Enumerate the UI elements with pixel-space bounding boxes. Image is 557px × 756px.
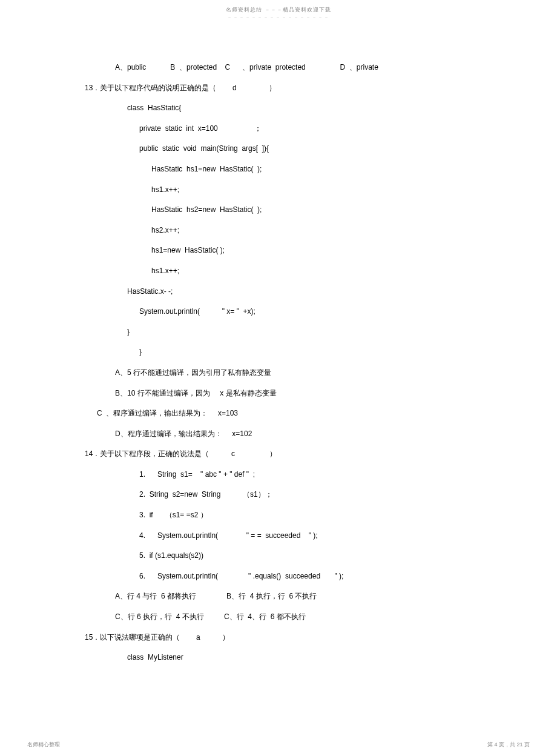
q13-code-l13: } [79, 342, 478, 363]
header-text: 名师资料总结 －－－精品资料欢迎下载 [0, 6, 557, 14]
q13-code-l8: hs1=new HasStatic( ); [79, 240, 478, 261]
q14-code-l2: 2. String s2=new String （s1）； [79, 485, 478, 505]
q15-code-l1: class MyListener [79, 648, 478, 668]
q13-code-l4: HasStatic hs1=new HasStatic( ); [79, 159, 478, 180]
footer-right: 第 4 页，共 21 页 [487, 741, 530, 749]
q13-code-l2: private static int x=100 ； [79, 119, 478, 139]
q13-code-l12: } [79, 322, 478, 343]
page-content: A、public B 、protected C 、private protect… [0, 21, 557, 668]
q13-code-l3: public static void main(String args[ ]){ [79, 139, 478, 159]
q15-stem: 15．以下说法哪项是正确的（ a ） [79, 628, 478, 648]
q13-stem: 13．关于以下程序代码的说明正确的是（ d ） [79, 78, 478, 99]
q13-optD: D、程序通过编译，输出结果为： x=102 [79, 424, 478, 445]
q13-code-l9: hs1.x++; [79, 261, 478, 282]
q14-code-l1: 1. String s1= " abc " + " def " ; [79, 465, 478, 485]
q14-stem: 14．关于以下程序段，正确的说法是（ c ） [79, 444, 478, 465]
q13-code-l11: System.out.println( " x= " +x); [79, 302, 478, 322]
q14-code-l3: 3. if （s1= =s2 ） [79, 505, 478, 526]
q13-code-l1: class HasStatic{ [79, 98, 478, 119]
page-header: 名师资料总结 －－－精品资料欢迎下载 －－－－－－－－－－－－－－－－－ [0, 0, 557, 21]
footer-left: 名师精心整理 [27, 741, 60, 749]
q13-code-l6: HasStatic hs2=new HasStatic( ); [79, 200, 478, 220]
q14-optCD: C、行 6 执行，行 4 不执行 C、行 4、行 6 都不执行 [79, 607, 478, 628]
q13-code-l7: hs2.x++; [79, 220, 478, 241]
q14-code-l6: 6. System.out.println( " .equals() succe… [79, 566, 478, 587]
q13-code-l5: hs1.x++; [79, 180, 478, 201]
q13-optA: A、5 行不能通过编译，因为引用了私有静态变量 [79, 363, 478, 383]
q13-optC: C 、程序通过编译，输出结果为： x=103 [79, 403, 478, 424]
q13-code-l10: HasStatic.x- -; [79, 282, 478, 302]
q14-code-l5: 5. if (s1.equals(s2)) [79, 546, 478, 566]
q13-optB: B、10 行不能通过编译，因为 x 是私有静态变量 [79, 383, 478, 404]
header-dash: －－－－－－－－－－－－－－－－－ [0, 15, 557, 21]
q14-optAB: A、行 4 与行 6 都将执行 B、行 4 执行，行 6 不执行 [79, 586, 478, 607]
q14-code-l4: 4. System.out.println( " = = succeeded "… [79, 526, 478, 546]
q12-options: A、public B 、protected C 、private protect… [79, 58, 478, 78]
